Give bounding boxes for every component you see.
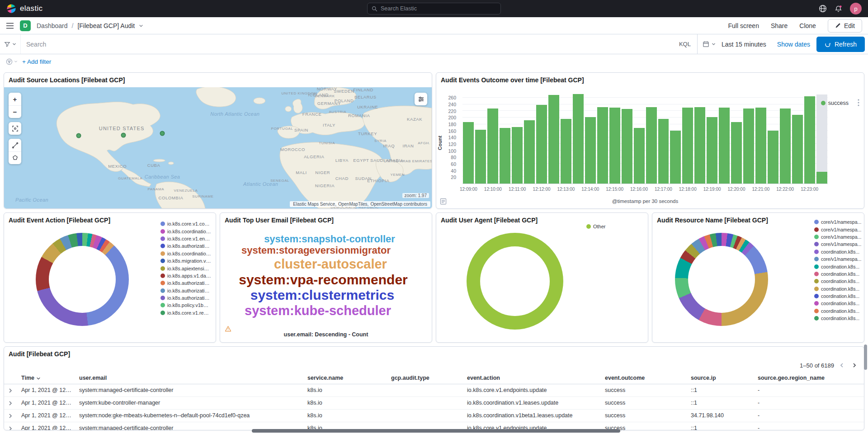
clone-button[interactable]: Clone — [799, 22, 816, 29]
query-search-input[interactable] — [26, 41, 667, 48]
tag-cloud-word[interactable]: system:snapshot-controller — [264, 234, 395, 245]
next-page-button[interactable] — [849, 360, 859, 370]
tag-cloud-word[interactable]: cluster-autoscaler — [274, 257, 387, 271]
legend-item[interactable]: io.k8s.authorization... — [160, 279, 211, 287]
legend-toggle-icon[interactable] — [440, 198, 447, 205]
share-button[interactable]: Share — [771, 22, 788, 29]
legend-item[interactable]: Other — [586, 223, 618, 230]
map-attribution-link[interactable]: Elastic Maps Service, — [293, 202, 336, 207]
bar[interactable] — [719, 108, 730, 184]
vertical-scrollbar[interactable] — [864, 344, 867, 370]
global-search-input[interactable] — [381, 5, 496, 12]
legend-menu-icon[interactable] — [858, 99, 859, 106]
bar[interactable] — [743, 108, 754, 184]
menu-hamburger-icon[interactable] — [6, 23, 14, 29]
bar[interactable] — [536, 105, 547, 184]
user-avatar[interactable]: p — [850, 3, 862, 14]
expand-row-button[interactable] — [4, 422, 18, 431]
legend-item[interactable]: coordination.k8s... — [814, 315, 862, 322]
legend-item[interactable]: io.k8s.authorization... — [160, 242, 211, 250]
bar[interactable] — [816, 172, 827, 184]
bar[interactable] — [707, 117, 717, 184]
chart-legend[interactable]: success — [821, 100, 849, 106]
bar[interactable] — [573, 94, 584, 184]
time-range-button[interactable]: Last 15 minutes — [721, 41, 771, 48]
bar[interactable] — [512, 127, 523, 184]
filter-options-button[interactable] — [6, 58, 18, 65]
bar[interactable] — [609, 108, 620, 184]
add-filter-button[interactable]: + Add filter — [22, 58, 51, 65]
bar[interactable] — [561, 119, 571, 184]
map-draw-line-button[interactable] — [9, 139, 21, 151]
map-zoom-out-button[interactable]: − — [9, 105, 21, 118]
expand-row-button[interactable] — [4, 410, 18, 422]
legend-item[interactable]: core/v1/namespa... — [814, 233, 862, 241]
tag-cloud-word[interactable]: system:vpa-recommender — [239, 272, 408, 288]
user-agent-donut-chart[interactable] — [467, 233, 563, 330]
brand[interactable]: elastic — [6, 4, 42, 14]
column-header-event-outcome[interactable]: event.outcome — [601, 372, 687, 384]
bar[interactable] — [622, 109, 632, 184]
breadcrumb-dashboard[interactable]: Dashboard — [37, 22, 68, 29]
breadcrumb-current[interactable]: [Filebeat GCP] Audit — [77, 22, 135, 29]
alerts-bell-icon[interactable] — [835, 5, 842, 13]
legend-item[interactable]: core/v1/namespa... — [814, 218, 862, 226]
show-dates-button[interactable]: Show dates — [771, 41, 816, 48]
map-zoom-in-button[interactable]: + — [9, 93, 21, 105]
bar[interactable] — [463, 122, 474, 184]
legend-item[interactable]: io.k8s.migration.v1al... — [160, 257, 211, 264]
legend-item[interactable]: coordination.k8s... — [814, 300, 862, 307]
legend-item[interactable]: coordination.k8s... — [814, 270, 862, 278]
bar[interactable] — [634, 128, 645, 184]
bar[interactable] — [597, 107, 608, 184]
expand-row-button[interactable] — [4, 397, 18, 410]
legend-item[interactable]: io.k8s.authorization... — [160, 294, 211, 302]
legend-item[interactable]: io.k8s.core.v1.endp... — [160, 235, 211, 242]
prev-page-button[interactable] — [837, 360, 847, 370]
horizontal-scrollbar[interactable] — [252, 429, 620, 433]
tag-cloud-word[interactable]: system:kube-scheduler — [245, 303, 391, 318]
bar[interactable] — [755, 108, 766, 184]
column-header-time[interactable]: Time — [18, 372, 75, 384]
column-header-source-geo-region-name[interactable]: source.geo.region_name — [754, 372, 864, 384]
calendar-button[interactable] — [698, 34, 721, 54]
legend-item[interactable]: coordination.k8s... — [814, 307, 862, 315]
saved-query-menu-button[interactable] — [0, 34, 21, 54]
map-draw-shape-button[interactable] — [9, 151, 21, 164]
column-header-service-name[interactable]: service.name — [304, 372, 387, 384]
resource-name-donut-chart[interactable] — [675, 233, 768, 326]
warning-icon[interactable] — [225, 326, 231, 332]
bar[interactable] — [768, 131, 778, 184]
bar[interactable] — [524, 120, 535, 184]
chevron-down-icon[interactable] — [139, 24, 143, 28]
legend-item[interactable]: io.k8s.core.v1.confi... — [160, 220, 211, 227]
legend-item[interactable]: core/v1/namespa... — [814, 241, 862, 248]
map-fit-data-button[interactable] — [9, 122, 21, 135]
legend-item[interactable]: coordination.k8s... — [814, 285, 862, 292]
map-attribution-link[interactable]: OpenStreetMap contributors — [370, 202, 427, 207]
tag-cloud-word[interactable]: system:clustermetrics — [250, 288, 395, 303]
bar[interactable] — [670, 131, 681, 184]
column-header-source-ip[interactable]: source.ip — [687, 372, 754, 384]
cloud-globe-icon[interactable] — [819, 5, 827, 13]
column-header-gcp-audit-type[interactable]: gcp.audit.type — [387, 372, 463, 384]
legend-item[interactable]: io.k8s.apiextensions.... — [160, 264, 211, 272]
map-canvas[interactable]: UNITED STATESMEXICOCUBAGUATEMALAPANAMACO… — [4, 87, 432, 208]
column-header-event-action[interactable]: event.action — [463, 372, 601, 384]
map-data-marker[interactable] — [76, 133, 81, 138]
legend-item[interactable]: io.k8s.core.v1.resou... — [160, 309, 211, 316]
legend-item[interactable]: io.k8s.authorization... — [160, 287, 211, 294]
tag-cloud-word[interactable]: system:storageversionmigrator — [241, 245, 391, 256]
bar[interactable] — [780, 108, 791, 184]
legend-item[interactable]: coordination.k8s... — [814, 292, 862, 300]
legend-item[interactable]: core/v1/namespa... — [814, 226, 862, 233]
bar[interactable] — [658, 119, 669, 184]
expand-row-button[interactable] — [4, 384, 18, 397]
map-layers-button[interactable] — [415, 93, 427, 105]
bar[interactable] — [548, 95, 559, 184]
legend-item[interactable]: io.k8s.coordination.... — [160, 250, 211, 257]
bar[interactable] — [475, 130, 486, 184]
event-action-donut-chart[interactable] — [36, 233, 129, 326]
legend-item[interactable]: coordination.k8s... — [814, 263, 862, 270]
bar[interactable] — [585, 117, 596, 184]
